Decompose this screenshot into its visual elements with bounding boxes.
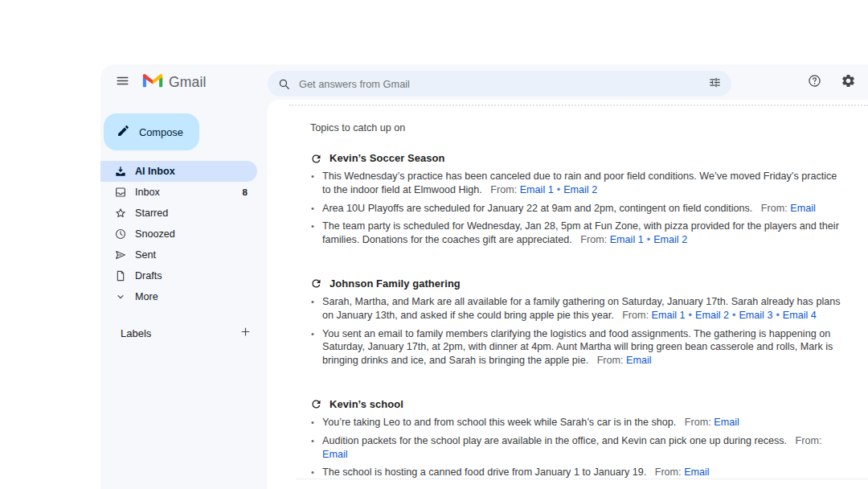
compose-button[interactable]: Compose: [104, 113, 199, 150]
sidebar-item-label: Drafts: [135, 270, 162, 281]
topic-bullet: The school is hosting a canned food driv…: [310, 466, 841, 479]
chevron-down-icon: [114, 290, 127, 303]
email-link[interactable]: Email 1: [520, 184, 554, 195]
plus-icon: [240, 326, 252, 340]
sidebar-item-label: AI Inbox: [135, 166, 175, 177]
email-link[interactable]: Email 2: [653, 234, 687, 245]
app-name: Gmail: [169, 74, 207, 91]
refresh-icon[interactable]: [310, 398, 322, 410]
from-label: From:: [594, 355, 626, 366]
topic-bullet: Area 10U Playoffs are scheduled for Janu…: [310, 202, 841, 216]
sidebar-item-more[interactable]: More: [100, 286, 257, 307]
link-separator: •: [732, 310, 735, 321]
send-icon: [114, 249, 127, 261]
topic-title-text: Johnson Family gathering: [330, 277, 461, 290]
settings-button[interactable]: [833, 67, 863, 97]
link-separator: •: [557, 184, 560, 195]
link-separator: •: [776, 310, 779, 321]
gmail-logo: Gmail: [142, 72, 207, 92]
help-icon: [807, 73, 822, 91]
tune-icon: [708, 76, 722, 92]
search-bar[interactable]: [268, 71, 731, 97]
topic-section: Kevin’s Soccer SeasonThis Wednesday’s pr…: [310, 152, 841, 247]
sidebar-nav: AI InboxInbox8StarredSnoozedSentDraftsMo…: [100, 161, 267, 307]
pencil-icon: [117, 124, 130, 140]
topic-title-text: Kevin’s Soccer Season: [330, 152, 445, 165]
ai-inbox-icon: [114, 165, 127, 178]
email-link[interactable]: Email: [684, 466, 710, 478]
bottom-divider: [296, 479, 868, 479]
labels-header: Labels: [121, 327, 151, 339]
star-icon: [114, 207, 127, 220]
topic-bullets: You’re taking Leo to and from school thi…: [310, 416, 841, 479]
email-link[interactable]: Email 4: [783, 310, 817, 321]
email-link[interactable]: Email 1: [610, 234, 644, 245]
bullet-text: The school is hosting a canned food driv…: [322, 466, 646, 478]
unread-count-badge: 8: [243, 187, 248, 197]
inbox-icon: [114, 186, 127, 199]
from-label: From:: [488, 184, 520, 195]
email-link[interactable]: Email: [790, 203, 816, 214]
topic-bullet: The team party is scheduled for Wednesda…: [310, 220, 841, 247]
topic-title-text: Kevin’s school: [330, 398, 403, 411]
sidebar-item-starred[interactable]: Starred: [100, 203, 257, 224]
email-link[interactable]: Email 2: [563, 184, 597, 195]
draft-icon: [114, 269, 127, 282]
link-separator: •: [689, 310, 692, 321]
search-icon[interactable]: [277, 77, 291, 91]
sidebar-item-label: Snoozed: [135, 228, 175, 240]
gear-icon: [841, 73, 856, 91]
topics-header: Topics to catch up on: [310, 121, 841, 134]
email-link[interactable]: Email 3: [739, 310, 772, 321]
header-actions: [799, 67, 863, 97]
sidebar: Compose AI InboxInbox8StarredSnoozedSent…: [100, 100, 267, 489]
sidebar-item-sent[interactable]: Sent: [100, 244, 257, 265]
topic-bullet: Audition packets for the school play are…: [310, 434, 841, 462]
help-button[interactable]: [799, 67, 829, 97]
from-label: From:: [682, 417, 714, 428]
main-menu-button[interactable]: [107, 67, 137, 97]
topic-title: Kevin’s Soccer Season: [310, 152, 841, 165]
sidebar-item-label: Inbox: [135, 187, 160, 198]
gmail-logo-icon: [142, 72, 163, 92]
topic-bullet: You’re taking Leo to and from school thi…: [310, 416, 841, 429]
topic-title: Johnson Family gathering: [310, 277, 841, 290]
topic-bullet: This Wednesday’s practice has been cance…: [310, 170, 841, 197]
top-bar: Gmail: [100, 64, 868, 100]
sidebar-item-label: Sent: [135, 249, 156, 261]
email-link[interactable]: Email: [626, 355, 652, 366]
dashed-divider: [289, 105, 868, 106]
refresh-icon[interactable]: [310, 153, 322, 165]
add-label-button[interactable]: [235, 323, 256, 343]
topic-section: Kevin’s schoolYou’re taking Leo to and f…: [310, 398, 841, 479]
bullet-text: You sent an email to family members clar…: [322, 328, 833, 367]
refresh-icon[interactable]: [310, 277, 322, 290]
email-link[interactable]: Email 1: [652, 310, 686, 321]
link-separator: •: [647, 234, 650, 245]
search-options-button[interactable]: [702, 72, 727, 96]
topics-list: Kevin’s Soccer SeasonThis Wednesday’s pr…: [310, 152, 841, 479]
search-input[interactable]: [299, 78, 702, 90]
compose-label: Compose: [139, 126, 183, 138]
sidebar-item-inbox[interactable]: Inbox8: [100, 182, 257, 203]
topic-bullets: Sarah, Martha, and Mark are all availabl…: [310, 295, 841, 368]
clock-icon: [114, 228, 127, 240]
from-label: From:: [792, 435, 821, 446]
topic-bullet: Sarah, Martha, and Mark are all availabl…: [310, 295, 841, 323]
sidebar-item-ai-inbox[interactable]: AI Inbox: [100, 161, 257, 182]
sidebar-item-label: More: [135, 291, 158, 302]
email-link[interactable]: Email: [322, 449, 348, 460]
gmail-window: Gmail Compose AI InboxInbox8StarredSnooz…: [100, 64, 868, 489]
sidebar-item-snoozed[interactable]: Snoozed: [100, 224, 257, 244]
topic-bullets: This Wednesday’s practice has been cance…: [310, 170, 841, 247]
hamburger-icon: [115, 73, 130, 91]
sidebar-item-drafts[interactable]: Drafts: [100, 265, 257, 286]
email-link[interactable]: Email: [714, 417, 739, 428]
topic-bullet: You sent an email to family members clar…: [310, 327, 841, 368]
topic-title: Kevin’s school: [310, 398, 841, 411]
email-link[interactable]: Email 2: [695, 310, 729, 321]
sidebar-item-label: Starred: [135, 208, 168, 219]
from-label: From:: [652, 466, 684, 478]
content-panel: Topics to catch up on Kevin’s Soccer Sea…: [267, 100, 868, 489]
from-label: From:: [578, 234, 610, 245]
